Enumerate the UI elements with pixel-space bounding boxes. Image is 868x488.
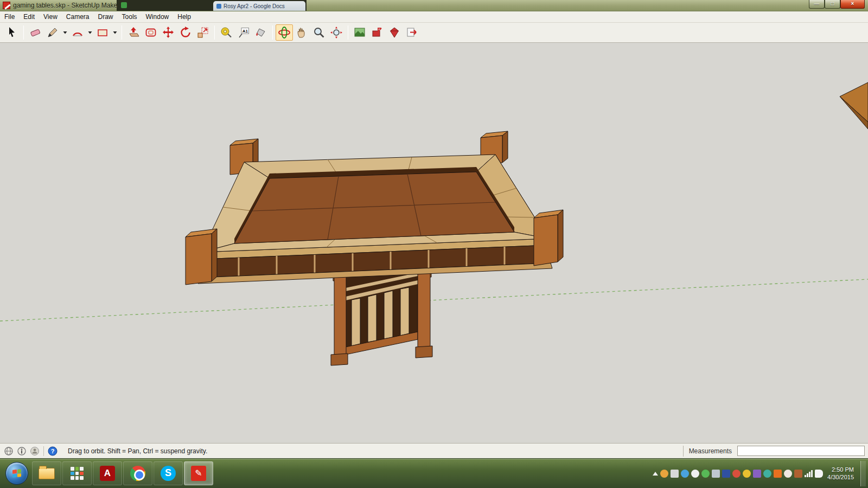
taskbar-skype-button[interactable]: S <box>154 461 183 485</box>
svg-text:A1: A1 <box>242 29 248 34</box>
menu-file[interactable]: File <box>0 11 19 22</box>
tab-title: Rosy Apr2 - Google Docs <box>224 3 285 9</box>
zoom-extents-tool[interactable] <box>328 24 345 41</box>
tray-icon[interactable] <box>763 470 771 478</box>
tray-icon[interactable] <box>660 470 668 478</box>
taskbar-explorer-button[interactable] <box>32 461 61 485</box>
toolbar-separator <box>214 25 215 40</box>
adobe-reader-icon: A <box>100 466 115 481</box>
tray-icon[interactable] <box>712 470 720 478</box>
menu-help[interactable]: Help <box>173 11 195 22</box>
scale-tool[interactable] <box>194 24 212 41</box>
tape-measure-tool[interactable] <box>218 24 235 41</box>
minimize-button[interactable]: — <box>809 0 825 9</box>
tray-icon[interactable] <box>784 470 792 478</box>
tray-icon[interactable] <box>732 470 741 478</box>
offset-tool[interactable] <box>142 24 159 41</box>
toolbar-separator <box>122 25 122 40</box>
tray-icon[interactable] <box>671 470 679 478</box>
menu-draw[interactable]: Draw <box>94 11 118 22</box>
shapes-tool-dropdown[interactable] <box>111 24 119 41</box>
status-bar: ? Drag to orbit. Shift = Pan, Ctrl = sus… <box>0 443 868 458</box>
tray-icon[interactable] <box>753 470 761 478</box>
tray-icon[interactable] <box>691 470 699 478</box>
green-axis-line <box>0 279 868 321</box>
warehouse-tool[interactable] <box>351 24 368 41</box>
getting-started-toolbar: A1 <box>0 23 868 43</box>
measurements-input[interactable] <box>737 446 865 456</box>
menu-camera[interactable]: Camera <box>62 11 94 22</box>
canvas-viewport[interactable] <box>0 43 868 443</box>
help-icon[interactable]: ? <box>46 445 59 457</box>
volume-icon[interactable] <box>815 470 823 478</box>
network-icon[interactable] <box>805 470 813 477</box>
tray-icon[interactable] <box>774 470 782 478</box>
send-to-layout-tool[interactable] <box>403 24 420 41</box>
info-icon[interactable] <box>15 445 28 457</box>
move-tool[interactable] <box>159 24 177 41</box>
extension-warehouse-tool[interactable] <box>386 24 403 41</box>
start-button[interactable] <box>5 462 28 485</box>
taskbar-chrome-button[interactable] <box>123 461 152 485</box>
zoom-tool[interactable] <box>310 24 328 41</box>
window-title: gaming tables.skp - SketchUp Make <box>13 2 117 9</box>
line-tool[interactable] <box>44 24 61 41</box>
toolbar-separator <box>348 25 348 40</box>
paint-bucket-tool[interactable] <box>252 24 270 41</box>
toolbar-separator <box>23 25 24 40</box>
taskbar-sketchup-button[interactable]: ✎ <box>184 461 213 485</box>
tray-icon[interactable] <box>722 470 730 478</box>
tray-icon[interactable] <box>681 470 689 478</box>
clock-time: 2:50 PM <box>827 466 854 473</box>
corner-component[interactable] <box>840 82 868 129</box>
background-browser-tab[interactable]: Rosy Apr2 - Google Docs <box>213 1 305 11</box>
tray-icon[interactable] <box>743 470 751 478</box>
select-tool[interactable] <box>3 24 21 41</box>
show-hidden-icons-button[interactable] <box>653 472 658 476</box>
skype-icon: S <box>161 466 176 481</box>
menu-view[interactable]: View <box>39 11 62 22</box>
folder-icon <box>39 468 55 479</box>
taskbar-adobe-button[interactable]: A <box>93 461 122 485</box>
text-tool[interactable]: A1 <box>235 24 252 41</box>
statusbar-separator <box>43 446 44 456</box>
show-desktop-button[interactable] <box>860 461 866 486</box>
background-window[interactable]: Rosy Apr2 - Google Docs <box>117 0 307 11</box>
tray-icon[interactable] <box>794 470 802 478</box>
maximize-button[interactable]: □ <box>825 0 840 9</box>
rotate-tool[interactable] <box>177 24 194 41</box>
close-button[interactable]: × <box>840 0 865 9</box>
shapes-tool[interactable] <box>94 24 111 41</box>
user-icon[interactable] <box>28 445 41 457</box>
pan-tool[interactable] <box>293 24 310 41</box>
sketchup-logo-icon <box>3 2 10 9</box>
measurements-label: Measurements <box>689 447 732 455</box>
windows-flag-icon <box>12 469 21 478</box>
background-app-icon <box>121 2 127 8</box>
menu-edit[interactable]: Edit <box>19 11 39 22</box>
tray-icon[interactable] <box>701 470 710 478</box>
geolocation-icon[interactable] <box>2 445 15 457</box>
arc-tool-dropdown[interactable] <box>86 24 94 41</box>
toolbar-separator <box>272 25 273 40</box>
orbit-tool[interactable] <box>276 24 293 41</box>
menu-window[interactable]: Window <box>142 11 174 22</box>
share-model-tool[interactable] <box>368 24 386 41</box>
chrome-icon <box>130 466 145 481</box>
taskbar-apps-button[interactable] <box>62 461 92 485</box>
sketchup-window: Rosy Apr2 - Google Docs gaming tables.sk… <box>0 0 868 488</box>
arc-tool[interactable] <box>69 24 86 41</box>
clock-date: 4/30/2015 <box>827 473 854 481</box>
title-bar: Rosy Apr2 - Google Docs gaming tables.sk… <box>0 0 868 11</box>
pedestal-base[interactable] <box>331 271 432 365</box>
status-hint: Drag to orbit. Shift = Pan, Ctrl = suspe… <box>68 447 207 455</box>
menu-tools[interactable]: Tools <box>118 11 142 22</box>
push-pull-tool[interactable] <box>125 24 142 41</box>
measurements-separator <box>683 446 684 457</box>
eraser-tool[interactable] <box>27 24 44 41</box>
gaming-table-model[interactable] <box>186 131 563 365</box>
app-grid-icon <box>71 467 84 480</box>
line-tool-dropdown[interactable] <box>61 24 69 41</box>
tab-favicon-icon <box>216 4 221 9</box>
taskbar-clock[interactable]: 2:50 PM 4/30/2015 <box>827 466 854 481</box>
